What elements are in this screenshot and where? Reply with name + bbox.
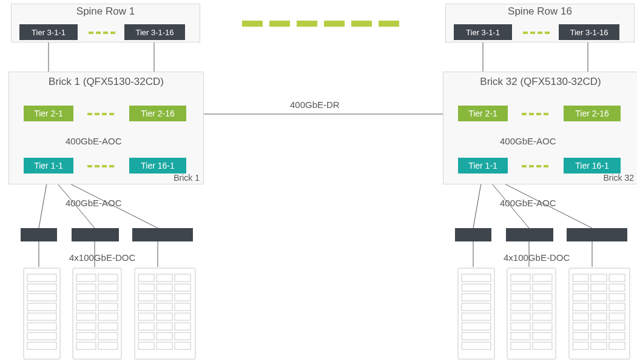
- server-rack: [458, 268, 494, 359]
- svg-rect-21: [24, 268, 60, 359]
- ellipsis-icon: [522, 165, 548, 167]
- svg-rect-104: [609, 284, 625, 291]
- brick-tag: Brick 1: [174, 173, 200, 183]
- tier2-node: Tier 2-16: [129, 106, 186, 121]
- svg-rect-118: [591, 332, 607, 340]
- svg-rect-75: [462, 294, 491, 301]
- ellipsis-icon: [87, 113, 114, 115]
- svg-rect-63: [138, 323, 154, 330]
- svg-rect-82: [511, 274, 530, 281]
- svg-rect-111: [573, 313, 588, 320]
- svg-rect-113: [609, 313, 625, 320]
- svg-rect-116: [609, 323, 625, 330]
- svg-rect-61: [157, 313, 172, 320]
- server-rack: [73, 268, 121, 359]
- svg-rect-109: [591, 303, 607, 311]
- svg-rect-33: [76, 284, 96, 291]
- svg-rect-44: [98, 332, 118, 340]
- svg-rect-31: [76, 274, 96, 281]
- svg-rect-100: [591, 274, 607, 281]
- continuation-icon: [297, 21, 317, 27]
- svg-rect-56: [175, 294, 190, 301]
- tier3-node: Tier 3-1-16: [559, 24, 619, 40]
- svg-rect-107: [609, 294, 625, 301]
- svg-rect-53: [175, 284, 190, 291]
- svg-rect-67: [157, 332, 172, 340]
- svg-rect-64: [157, 323, 172, 330]
- svg-rect-115: [591, 323, 607, 330]
- server-rack: [135, 268, 195, 359]
- svg-rect-47: [135, 268, 195, 359]
- diagram-canvas: Spine Row 1 Tier 3-1-1 Tier 3-1-16 Spine…: [0, 0, 637, 364]
- svg-rect-62: [175, 313, 190, 320]
- svg-rect-52: [157, 284, 172, 291]
- svg-rect-86: [511, 294, 530, 301]
- svg-rect-59: [175, 303, 190, 311]
- tier1-node: Tier 16-1: [129, 158, 186, 174]
- svg-rect-55: [157, 294, 172, 301]
- aoc-label: 400GbE-AOC: [66, 136, 122, 146]
- continuation-icon: [324, 21, 345, 27]
- svg-rect-58: [157, 303, 172, 311]
- tier2-node: Tier 2-1: [458, 106, 508, 121]
- svg-rect-90: [511, 313, 530, 320]
- continuation-icon: [269, 21, 290, 27]
- svg-rect-88: [511, 303, 530, 311]
- svg-rect-26: [27, 313, 56, 320]
- svg-rect-96: [511, 342, 530, 349]
- svg-rect-28: [27, 332, 56, 340]
- tier3-node: Tier 3-1-1: [454, 24, 512, 40]
- svg-rect-89: [533, 303, 552, 311]
- svg-rect-70: [157, 342, 172, 349]
- brick-title: Brick 32 (QFX5130-32CD): [443, 76, 637, 88]
- tier3-node: Tier 3-1-16: [124, 24, 185, 40]
- svg-rect-78: [462, 323, 491, 330]
- tor-switch: [21, 228, 57, 241]
- svg-rect-38: [98, 303, 118, 311]
- svg-rect-23: [27, 284, 56, 291]
- svg-rect-98: [569, 268, 630, 359]
- svg-rect-101: [609, 274, 625, 281]
- svg-rect-50: [175, 274, 190, 281]
- link-dr-label: 400GbE-DR: [290, 99, 340, 110]
- svg-rect-80: [462, 342, 491, 349]
- tier3-node: Tier 3-1-1: [19, 24, 78, 40]
- aoc-label: 400GbE-AOC: [66, 198, 122, 208]
- svg-rect-114: [573, 323, 588, 330]
- spine-row-title: Spine Row 16: [446, 5, 634, 18]
- tor-switch: [132, 228, 193, 241]
- svg-rect-87: [533, 294, 552, 301]
- continuation-icon: [379, 21, 399, 27]
- tor-switch: [567, 228, 627, 241]
- svg-rect-103: [591, 284, 607, 291]
- svg-rect-29: [27, 342, 56, 349]
- doc-label: 4x100GbE-DOC: [504, 252, 570, 263]
- svg-rect-122: [609, 342, 625, 349]
- tor-switch: [506, 228, 553, 241]
- svg-rect-57: [138, 303, 154, 311]
- svg-rect-121: [591, 342, 607, 349]
- server-rack: [507, 268, 556, 359]
- svg-rect-49: [157, 274, 172, 281]
- svg-rect-72: [458, 268, 494, 359]
- server-rack: [569, 268, 630, 359]
- svg-rect-54: [138, 294, 154, 301]
- svg-rect-91: [533, 313, 552, 320]
- ellipsis-icon: [523, 32, 550, 34]
- svg-rect-24: [27, 294, 56, 301]
- continuation-icon: [242, 21, 263, 27]
- svg-rect-97: [533, 342, 552, 349]
- svg-rect-32: [98, 274, 118, 281]
- svg-rect-94: [511, 332, 530, 340]
- tier2-node: Tier 2-1: [24, 106, 73, 121]
- svg-rect-95: [533, 332, 552, 340]
- svg-rect-79: [462, 332, 491, 340]
- tier2-node: Tier 2-16: [564, 106, 621, 121]
- ellipsis-icon: [522, 113, 548, 115]
- brick-title: Brick 1 (QFX5130-32CD): [9, 76, 203, 88]
- tor-switch: [72, 228, 119, 241]
- svg-rect-119: [609, 332, 625, 340]
- svg-rect-92: [511, 323, 530, 330]
- svg-rect-77: [462, 313, 491, 320]
- svg-rect-48: [138, 274, 154, 281]
